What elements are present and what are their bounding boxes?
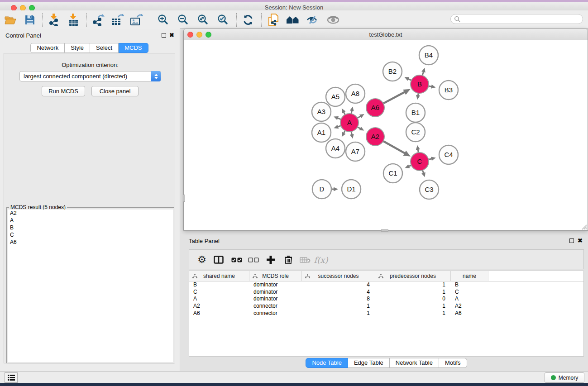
first-neighbors-button[interactable] [284,12,301,28]
apply-layout-button[interactable] [239,12,257,28]
function-builder-button[interactable]: f(x) [313,252,329,267]
tab-edge-table[interactable]: Edge Table [348,358,390,368]
network-graph[interactable]: AA1A2A3A4A5A6A7A8BB1B2B3B4CC1C2C3C4DD1 [184,40,587,230]
run-mcds-button[interactable]: Run MCDS [42,86,85,96]
hide-selected-button[interactable] [304,12,321,28]
zoom-in-button[interactable] [155,12,172,28]
splitter-handle[interactable] [183,195,185,202]
table-row[interactable]: A2connector11A2 [189,303,583,310]
column-header[interactable]: MCDS role [249,271,302,281]
resize-grip[interactable] [581,224,587,230]
table-settings-button[interactable]: ⚙ [194,252,210,267]
graph-edge[interactable] [351,110,352,114]
save-session-button[interactable] [21,12,38,28]
table-row[interactable]: Adominator80A [189,295,583,303]
graph-edge[interactable] [418,149,418,153]
show-graphics-details-button[interactable] [325,12,342,28]
import-table-button[interactable] [65,12,82,28]
graph-edge[interactable] [338,126,341,127]
tab-mcds[interactable]: MCDS [119,43,148,53]
table-cell[interactable]: dominator [249,295,302,303]
column-header[interactable]: shared name [189,271,249,281]
float-table-panel-icon[interactable] [569,238,574,243]
graph-edge[interactable] [383,141,405,153]
close-panel-icon[interactable]: ✖ [169,33,174,38]
graph-edge[interactable] [429,86,432,86]
tab-network-table[interactable]: Network Table [390,358,439,368]
table-cell[interactable]: 4 [302,289,375,296]
table-cell[interactable]: A6 [189,310,249,317]
table-cell[interactable]: 1 [375,281,451,289]
tab-network[interactable]: Network [30,43,65,53]
column-header[interactable]: predecessor nodes [375,271,451,281]
table-cell[interactable]: C [451,289,488,296]
column-header[interactable]: successor nodes [302,271,375,281]
graph-edge[interactable] [357,116,361,118]
table-cell[interactable]: A [189,295,249,303]
table-cell[interactable]: 1 [375,289,451,296]
table-row[interactable]: Bdominator41B [189,281,583,289]
table-cell[interactable]: 1 [375,310,451,317]
column-header[interactable]: name [451,271,488,281]
mcds-result-item[interactable]: B [8,224,173,231]
table-cell[interactable]: connector [249,303,302,310]
table-cell[interactable]: 0 [375,295,451,303]
table-cell[interactable]: A [451,295,488,303]
graph-edge[interactable] [422,71,424,76]
scrollbar-track[interactable] [165,210,173,362]
table-cell[interactable]: dominator [249,289,302,296]
new-network-from-selection-button[interactable] [265,12,282,28]
tab-style[interactable]: Style [65,43,90,53]
table-cell[interactable]: C [189,289,249,296]
export-image-button[interactable] [128,12,145,28]
tab-select[interactable]: Select [90,43,119,53]
graph-edge[interactable] [351,132,352,135]
open-session-button[interactable] [2,12,19,28]
table-cell[interactable]: A2 [189,303,249,310]
export-network-button[interactable] [90,12,107,28]
table-cell[interactable]: dominator [249,281,302,289]
table-cell[interactable]: 1 [302,310,375,317]
close-panel-button[interactable]: Close panel [91,86,139,96]
tab-node-table[interactable]: Node Table [306,358,348,368]
splitter-handle[interactable] [381,229,388,232]
graph-edge[interactable] [383,92,405,103]
show-columns-button[interactable] [211,252,226,267]
show-panel-list-button[interactable] [5,372,18,383]
table-cell[interactable]: 8 [302,295,375,303]
close-table-panel-icon[interactable]: ✖ [578,238,583,243]
zoom-fit-button[interactable] [195,12,212,28]
table-cell[interactable]: A6 [451,310,488,317]
memory-button[interactable]: Memory [545,372,584,383]
graph-edge[interactable] [337,118,341,119]
delete-column-button[interactable] [281,252,296,267]
table-row[interactable]: A6connector11A6 [189,310,583,317]
graph-edge[interactable] [422,170,423,173]
search-input[interactable] [460,14,583,24]
tab-motifs[interactable]: Motifs [439,358,467,368]
table-cell[interactable]: A2 [451,303,488,310]
table-cell[interactable]: connector [249,310,302,317]
export-table-button[interactable] [109,12,126,28]
import-network-button[interactable] [46,12,63,28]
graph-edge[interactable] [358,127,361,129]
table-cell[interactable]: 1 [302,303,375,310]
table-cell[interactable]: B [451,281,488,289]
graph-edge[interactable] [428,159,432,160]
table-cell[interactable]: 4 [302,281,375,289]
network-canvas[interactable]: AA1A2A3A4A5A6A7A8BB1B2B3B4CC1C2C3C4DD1 [184,40,588,230]
float-panel-icon[interactable] [162,33,166,38]
graph-edge[interactable] [344,112,345,114]
zoom-selected-button[interactable] [215,12,232,28]
table-cell[interactable]: 1 [375,303,451,310]
mcds-result-item[interactable]: A6 [8,238,173,246]
zoom-out-button[interactable] [175,12,192,28]
select-all-button[interactable] [229,252,244,267]
deselect-all-button[interactable] [246,252,261,267]
mcds-result-item[interactable]: A2 [8,210,173,217]
table-cell[interactable]: B [189,281,249,289]
graph-edge[interactable] [408,79,411,80]
table-row[interactable]: Cdominator41C [189,289,583,296]
add-column-button[interactable] [263,252,278,267]
mcds-result-item[interactable]: C [8,231,173,238]
